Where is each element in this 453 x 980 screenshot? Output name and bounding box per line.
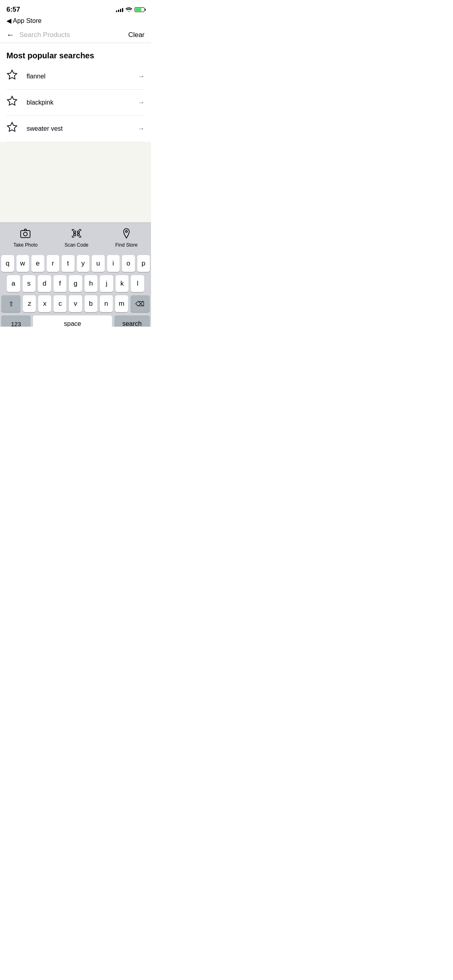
keyboard-row-3: ⇧ z x c v b n m ⌫ [1,295,150,312]
find-store-button[interactable]: Find Store [115,228,137,248]
key-i[interactable]: i [107,255,120,272]
status-bar: 6:57 [0,0,151,16]
key-h[interactable]: h [85,275,98,292]
keyboard-row-4: 123 space search [1,315,150,327]
arrow-right-icon: → [138,73,145,80]
search-input-wrapper [19,31,123,39]
arrow-right-icon: → [138,125,145,132]
status-time: 6:57 [6,6,20,14]
search-item-label: flannel [27,73,138,80]
key-u[interactable]: u [92,255,105,272]
app-store-nav: ◀ App Store [0,16,151,27]
battery-icon [134,7,145,12]
key-q[interactable]: q [1,255,14,272]
scan-code-label: Scan Code [64,242,88,248]
key-d[interactable]: d [38,275,51,292]
svg-rect-2 [74,231,76,233]
svg-point-1 [24,232,27,236]
take-photo-button[interactable]: Take Photo [13,228,37,248]
shift-key[interactable]: ⇧ [1,295,21,312]
search-bar: ← Clear [0,27,151,43]
scan-code-button[interactable]: Scan Code [64,228,88,248]
key-p[interactable]: p [137,255,150,272]
app-store-back-button[interactable]: ◀ App Store [6,17,145,25]
popular-searches-section: Most popular searches flannel → blackpin… [0,43,151,142]
key-t[interactable]: t [62,255,74,272]
svg-rect-3 [77,231,79,233]
key-r[interactable]: r [47,255,60,272]
numbers-key[interactable]: 123 [1,315,31,327]
key-k[interactable]: k [116,275,129,292]
list-item[interactable]: blackpink → [6,90,145,116]
signal-icon [116,7,123,12]
svg-rect-5 [77,234,79,236]
key-a[interactable]: a [7,275,20,292]
svg-rect-0 [21,231,30,238]
camera-icon [20,228,31,241]
status-icons [116,6,145,13]
search-back-button[interactable]: ← [6,30,14,39]
key-g[interactable]: g [69,275,82,292]
list-item[interactable]: flannel → [6,64,145,90]
search-item-label: blackpink [27,99,138,106]
key-c[interactable]: c [54,295,66,312]
key-n[interactable]: n [100,295,113,312]
delete-key[interactable]: ⌫ [130,295,150,312]
star-icon [6,121,21,136]
space-key[interactable]: space [33,315,112,327]
key-l[interactable]: l [131,275,144,292]
key-y[interactable]: y [77,255,90,272]
utility-toolbar: Take Photo Scan Code Find Store [0,222,151,252]
svg-rect-4 [74,234,76,236]
key-w[interactable]: w [17,255,29,272]
wifi-icon [126,6,132,13]
keyboard: q w e r t y u i o p a s d f g h j k l ⇧ … [0,252,151,327]
search-item-label: sweater vest [27,125,138,132]
search-key[interactable]: search [114,315,150,327]
star-icon [6,95,21,110]
find-store-label: Find Store [115,242,137,248]
key-z[interactable]: z [23,295,36,312]
empty-content-area [0,142,151,222]
key-e[interactable]: e [31,255,44,272]
clear-button[interactable]: Clear [128,31,145,39]
svg-point-6 [126,231,128,233]
key-j[interactable]: j [100,275,113,292]
key-s[interactable]: s [23,275,36,292]
location-pin-icon [121,228,132,241]
popular-title: Most popular searches [6,51,145,60]
arrow-right-icon: → [138,99,145,106]
keyboard-row-1: q w e r t y u i o p [1,255,150,272]
scan-icon [71,228,82,241]
search-input[interactable] [19,31,123,39]
star-icon [6,69,21,84]
keyboard-row-2: a s d f g h j k l [1,275,150,292]
key-v[interactable]: v [69,295,82,312]
take-photo-label: Take Photo [13,242,37,248]
key-o[interactable]: o [122,255,135,272]
key-f[interactable]: f [54,275,67,292]
app-store-label: App Store [13,17,41,25]
key-x[interactable]: x [38,295,51,312]
key-b[interactable]: b [85,295,97,312]
back-chevron-icon: ◀ [6,17,11,25]
key-m[interactable]: m [115,295,128,312]
list-item[interactable]: sweater vest → [6,116,145,142]
